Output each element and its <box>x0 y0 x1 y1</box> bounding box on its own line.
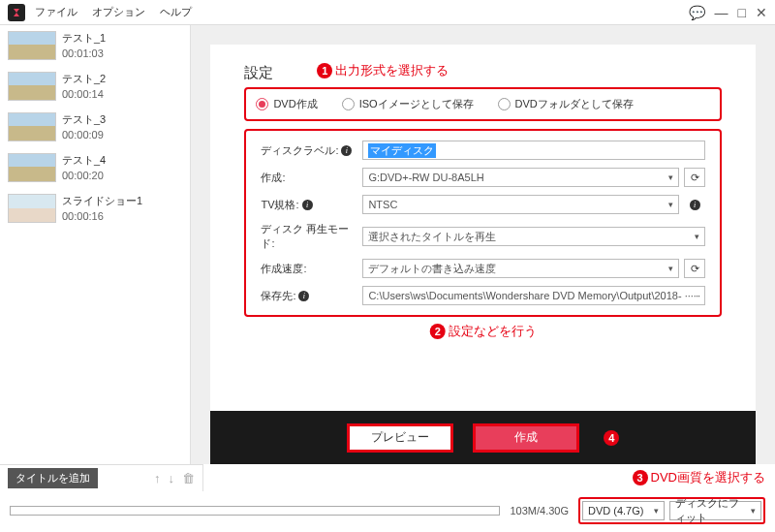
thumbnail <box>8 72 56 101</box>
radio-iso-save[interactable]: ISOイメージとして保存 <box>342 97 474 111</box>
delete-icon[interactable]: 🗑 <box>182 471 195 485</box>
chevron-down-icon: ▾ <box>654 506 659 516</box>
panel-title: 設定 <box>244 64 722 82</box>
create-label: 作成: <box>261 171 362 185</box>
clip-name: スライドショー1 <box>62 194 142 208</box>
browse-icon: ··· <box>694 290 699 301</box>
chevron-down-icon: ▾ <box>668 264 673 273</box>
disc-type-select[interactable]: DVD (4.7G)▾ <box>582 501 665 520</box>
chevron-down-icon: ▾ <box>668 200 673 209</box>
annotation-3: 3DVD画質を選択する <box>633 469 765 486</box>
thumbnail <box>8 112 56 141</box>
preview-button[interactable]: プレビュー <box>347 423 453 453</box>
chevron-down-icon: ▾ <box>668 172 673 182</box>
radio-dvd-create[interactable]: DVD作成 <box>256 97 317 111</box>
annotation-1: 1出力形式を選択する <box>317 62 449 79</box>
info-icon[interactable]: i <box>341 145 352 156</box>
quality-select[interactable]: ディスクにフィット▾ <box>669 501 761 520</box>
clip-time: 00:00:16 <box>62 210 142 222</box>
maximize-icon[interactable]: □ <box>738 5 746 20</box>
speed-select[interactable]: デフォルトの書き込み速度▾ <box>362 259 679 278</box>
tv-select[interactable]: NTSC▾ <box>362 195 679 214</box>
clip-time: 00:00:09 <box>62 129 106 141</box>
tv-label: TV規格:i <box>261 198 362 212</box>
add-title-button[interactable]: タイトルを追加 <box>8 468 98 488</box>
minimize-icon[interactable]: — <box>715 5 728 20</box>
size-label: 103M/4.30G <box>510 505 569 516</box>
disc-label-input[interactable]: マイディスク <box>362 141 705 160</box>
saveto-input[interactable]: C:\Users\ws\Documents\Wondershare DVD Me… <box>362 286 705 305</box>
playmode-select[interactable]: 選択されたタイトルを再生▾ <box>362 227 705 246</box>
list-item[interactable]: テスト_200:00:14 <box>0 66 190 107</box>
saveto-label: 保存先:i <box>261 289 362 303</box>
thumbnail <box>8 153 56 182</box>
menu-file[interactable]: ファイル <box>35 5 78 19</box>
speed-label: 作成速度: <box>261 262 362 276</box>
refresh-icon: ⟳ <box>691 263 699 275</box>
move-up-icon[interactable]: ↑ <box>154 471 161 485</box>
clip-time: 00:00:20 <box>62 170 106 181</box>
close-icon[interactable]: ✕ <box>756 5 767 20</box>
create-button[interactable]: 作成 <box>473 423 579 453</box>
chevron-down-icon: ▾ <box>751 506 756 516</box>
radio-icon <box>342 98 355 110</box>
disc-label-label: ディスクラベル:i <box>261 143 362 158</box>
annotation-4-badge: 4 <box>604 430 619 446</box>
thumbnail <box>8 31 56 60</box>
playmode-label: ディスク 再生モード: <box>261 222 362 251</box>
annotation-2: 2設定などを行う <box>244 323 722 340</box>
radio-dvd-folder[interactable]: DVDフォルダとして保存 <box>498 97 634 111</box>
move-down-icon[interactable]: ↓ <box>169 471 175 485</box>
list-item[interactable]: テスト_100:01:03 <box>0 25 190 66</box>
list-item[interactable]: テスト_300:00:09 <box>0 107 190 147</box>
refresh-button[interactable]: ⟳ <box>684 259 705 278</box>
progress-bar <box>10 506 500 516</box>
refresh-icon: ⟳ <box>691 172 699 184</box>
clip-name: テスト_2 <box>62 72 106 86</box>
radio-icon <box>498 98 511 110</box>
list-item[interactable]: スライドショー100:00:16 <box>0 188 190 229</box>
clip-time: 00:01:03 <box>62 47 106 59</box>
menu-options[interactable]: オプション <box>92 5 145 19</box>
list-item[interactable]: テスト_400:00:20 <box>0 147 190 188</box>
info-icon[interactable]: i <box>690 200 700 210</box>
create-select[interactable]: G:DVD+-RW DU-8A5LH▾ <box>362 168 679 187</box>
clip-name: テスト_4 <box>62 153 106 168</box>
app-logo <box>8 4 25 21</box>
chevron-down-icon: ▾ <box>695 232 699 241</box>
clip-name: テスト_3 <box>62 112 106 127</box>
thumbnail <box>8 194 56 223</box>
clip-name: テスト_1 <box>62 31 106 46</box>
refresh-button[interactable]: ⟳ <box>684 168 705 187</box>
info-icon[interactable]: i <box>298 291 309 301</box>
feedback-icon[interactable]: 💬 <box>689 5 705 20</box>
info-icon[interactable]: i <box>302 200 313 210</box>
clip-time: 00:00:14 <box>62 88 106 100</box>
menu-help[interactable]: ヘルプ <box>160 5 192 19</box>
radio-icon <box>256 98 268 110</box>
